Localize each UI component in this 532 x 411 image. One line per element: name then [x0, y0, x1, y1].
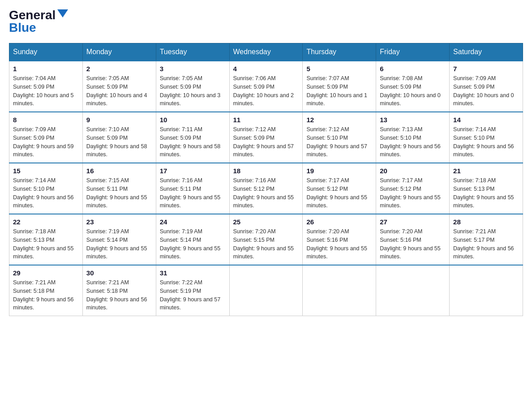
calendar-day-cell: 23 Sunrise: 7:19 AM Sunset: 5:14 PM Dayl…: [82, 214, 156, 265]
calendar-day-cell: 17 Sunrise: 7:16 AM Sunset: 5:11 PM Dayl…: [156, 163, 229, 214]
day-number: 12: [306, 116, 372, 124]
calendar-header-row: SundayMondayTuesdayWednesdayThursdayFrid…: [9, 43, 523, 61]
calendar-day-cell: 2 Sunrise: 7:05 AM Sunset: 5:09 PM Dayli…: [82, 61, 156, 112]
calendar-day-cell: 14 Sunrise: 7:14 AM Sunset: 5:10 PM Dayl…: [450, 112, 523, 163]
calendar-day-cell: 28 Sunrise: 7:21 AM Sunset: 5:17 PM Dayl…: [450, 214, 523, 265]
calendar-day-cell: [376, 265, 450, 316]
calendar-day-cell: 24 Sunrise: 7:19 AM Sunset: 5:14 PM Dayl…: [156, 214, 229, 265]
day-number: 30: [86, 269, 152, 277]
day-info: Sunrise: 7:09 AM Sunset: 5:09 PM Dayligh…: [13, 125, 79, 159]
calendar-day-cell: 13 Sunrise: 7:13 AM Sunset: 5:10 PM Dayl…: [376, 112, 450, 163]
calendar-day-cell: 9 Sunrise: 7:10 AM Sunset: 5:09 PM Dayli…: [82, 112, 156, 163]
calendar-day-cell: [450, 265, 523, 316]
day-info: Sunrise: 7:20 AM Sunset: 5:16 PM Dayligh…: [306, 227, 372, 261]
day-info: Sunrise: 7:14 AM Sunset: 5:10 PM Dayligh…: [453, 125, 519, 159]
day-number: 28: [453, 218, 519, 226]
day-of-week-header: Sunday: [9, 43, 83, 61]
day-number: 20: [380, 167, 446, 175]
day-of-week-header: Friday: [376, 43, 450, 61]
day-number: 24: [160, 218, 226, 226]
day-number: 13: [380, 116, 446, 124]
calendar-day-cell: 6 Sunrise: 7:08 AM Sunset: 5:09 PM Dayli…: [376, 61, 450, 112]
day-number: 26: [306, 218, 372, 226]
calendar-day-cell: 25 Sunrise: 7:20 AM Sunset: 5:15 PM Dayl…: [229, 214, 303, 265]
day-number: 29: [13, 269, 79, 277]
day-number: 23: [86, 218, 152, 226]
calendar-day-cell: 12 Sunrise: 7:12 AM Sunset: 5:10 PM Dayl…: [303, 112, 376, 163]
day-info: Sunrise: 7:18 AM Sunset: 5:13 PM Dayligh…: [453, 176, 519, 210]
calendar-day-cell: 18 Sunrise: 7:16 AM Sunset: 5:12 PM Dayl…: [229, 163, 303, 214]
calendar-day-cell: [229, 265, 303, 316]
day-info: Sunrise: 7:22 AM Sunset: 5:19 PM Dayligh…: [160, 278, 226, 312]
day-number: 9: [86, 116, 152, 124]
day-number: 8: [13, 116, 79, 124]
calendar-day-cell: 5 Sunrise: 7:07 AM Sunset: 5:09 PM Dayli…: [303, 61, 376, 112]
day-number: 3: [160, 65, 226, 73]
day-info: Sunrise: 7:12 AM Sunset: 5:09 PM Dayligh…: [233, 125, 299, 159]
logo: General Blue: [9, 9, 68, 34]
calendar-week-row: 15 Sunrise: 7:14 AM Sunset: 5:10 PM Dayl…: [9, 163, 523, 214]
day-info: Sunrise: 7:20 AM Sunset: 5:15 PM Dayligh…: [233, 227, 299, 261]
calendar-day-cell: 19 Sunrise: 7:17 AM Sunset: 5:12 PM Dayl…: [303, 163, 376, 214]
calendar-day-cell: 31 Sunrise: 7:22 AM Sunset: 5:19 PM Dayl…: [156, 265, 229, 316]
day-info: Sunrise: 7:19 AM Sunset: 5:14 PM Dayligh…: [86, 227, 152, 261]
logo-triangle-icon: [57, 9, 68, 17]
day-number: 31: [160, 269, 226, 277]
day-info: Sunrise: 7:20 AM Sunset: 5:16 PM Dayligh…: [380, 227, 446, 261]
day-number: 6: [380, 65, 446, 73]
calendar-day-cell: 30 Sunrise: 7:21 AM Sunset: 5:18 PM Dayl…: [82, 265, 156, 316]
day-of-week-header: Wednesday: [229, 43, 303, 61]
day-info: Sunrise: 7:21 AM Sunset: 5:18 PM Dayligh…: [86, 278, 152, 312]
calendar-day-cell: [303, 265, 376, 316]
calendar-day-cell: 16 Sunrise: 7:15 AM Sunset: 5:11 PM Dayl…: [82, 163, 156, 214]
day-info: Sunrise: 7:17 AM Sunset: 5:12 PM Dayligh…: [306, 176, 372, 210]
day-number: 5: [306, 65, 372, 73]
calendar-day-cell: 22 Sunrise: 7:18 AM Sunset: 5:13 PM Dayl…: [9, 214, 83, 265]
page-header: General Blue: [9, 9, 523, 34]
day-number: 18: [233, 167, 299, 175]
day-info: Sunrise: 7:18 AM Sunset: 5:13 PM Dayligh…: [13, 227, 79, 261]
logo-blue-text: Blue: [9, 21, 36, 34]
day-info: Sunrise: 7:14 AM Sunset: 5:10 PM Dayligh…: [13, 176, 79, 210]
day-info: Sunrise: 7:10 AM Sunset: 5:09 PM Dayligh…: [86, 125, 152, 159]
day-info: Sunrise: 7:15 AM Sunset: 5:11 PM Dayligh…: [86, 176, 152, 210]
day-info: Sunrise: 7:08 AM Sunset: 5:09 PM Dayligh…: [380, 74, 446, 108]
calendar-day-cell: 15 Sunrise: 7:14 AM Sunset: 5:10 PM Dayl…: [9, 163, 83, 214]
day-number: 19: [306, 167, 372, 175]
calendar-day-cell: 21 Sunrise: 7:18 AM Sunset: 5:13 PM Dayl…: [450, 163, 523, 214]
day-info: Sunrise: 7:13 AM Sunset: 5:10 PM Dayligh…: [380, 125, 446, 159]
calendar-day-cell: 27 Sunrise: 7:20 AM Sunset: 5:16 PM Dayl…: [376, 214, 450, 265]
day-info: Sunrise: 7:05 AM Sunset: 5:09 PM Dayligh…: [86, 74, 152, 108]
day-number: 21: [453, 167, 519, 175]
calendar-day-cell: 4 Sunrise: 7:06 AM Sunset: 5:09 PM Dayli…: [229, 61, 303, 112]
calendar-day-cell: 20 Sunrise: 7:17 AM Sunset: 5:12 PM Dayl…: [376, 163, 450, 214]
day-of-week-header: Tuesday: [156, 43, 229, 61]
logo-general-text: General: [9, 9, 56, 21]
calendar-day-cell: 29 Sunrise: 7:21 AM Sunset: 5:18 PM Dayl…: [9, 265, 83, 316]
day-info: Sunrise: 7:07 AM Sunset: 5:09 PM Dayligh…: [306, 74, 372, 108]
day-number: 11: [233, 116, 299, 124]
day-number: 10: [160, 116, 226, 124]
day-number: 4: [233, 65, 299, 73]
day-number: 14: [453, 116, 519, 124]
calendar-table: SundayMondayTuesdayWednesdayThursdayFrid…: [9, 43, 523, 316]
day-info: Sunrise: 7:12 AM Sunset: 5:10 PM Dayligh…: [306, 125, 372, 159]
day-info: Sunrise: 7:06 AM Sunset: 5:09 PM Dayligh…: [233, 74, 299, 108]
day-number: 15: [13, 167, 79, 175]
calendar-week-row: 29 Sunrise: 7:21 AM Sunset: 5:18 PM Dayl…: [9, 265, 523, 316]
day-of-week-header: Saturday: [450, 43, 523, 61]
calendar-day-cell: 8 Sunrise: 7:09 AM Sunset: 5:09 PM Dayli…: [9, 112, 83, 163]
calendar-day-cell: 3 Sunrise: 7:05 AM Sunset: 5:09 PM Dayli…: [156, 61, 229, 112]
day-number: 17: [160, 167, 226, 175]
calendar-week-row: 22 Sunrise: 7:18 AM Sunset: 5:13 PM Dayl…: [9, 214, 523, 265]
day-info: Sunrise: 7:16 AM Sunset: 5:11 PM Dayligh…: [160, 176, 226, 210]
day-of-week-header: Thursday: [303, 43, 376, 61]
day-info: Sunrise: 7:05 AM Sunset: 5:09 PM Dayligh…: [160, 74, 226, 108]
day-info: Sunrise: 7:17 AM Sunset: 5:12 PM Dayligh…: [380, 176, 446, 210]
day-number: 27: [380, 218, 446, 226]
calendar-day-cell: 7 Sunrise: 7:09 AM Sunset: 5:09 PM Dayli…: [450, 61, 523, 112]
day-info: Sunrise: 7:09 AM Sunset: 5:09 PM Dayligh…: [453, 74, 519, 108]
day-number: 22: [13, 218, 79, 226]
day-info: Sunrise: 7:21 AM Sunset: 5:17 PM Dayligh…: [453, 227, 519, 261]
calendar-week-row: 8 Sunrise: 7:09 AM Sunset: 5:09 PM Dayli…: [9, 112, 523, 163]
